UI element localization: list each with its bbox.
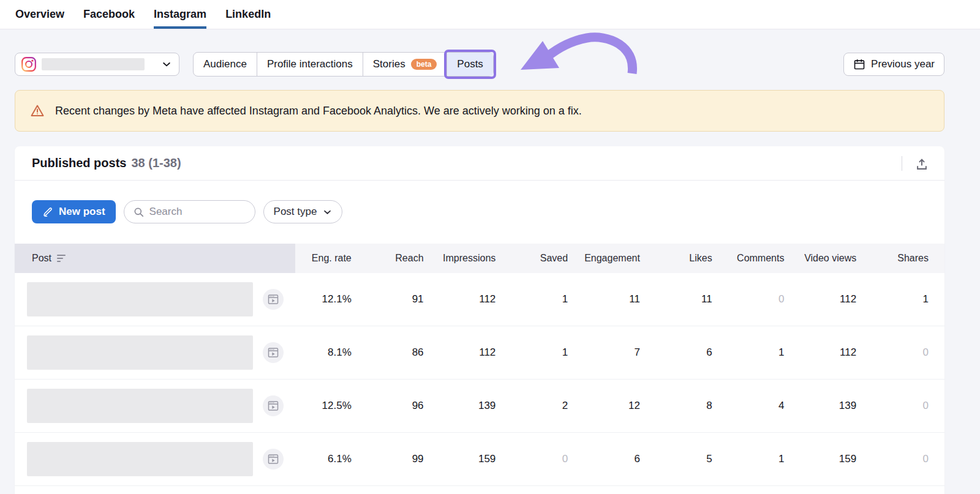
- cell-likes: 6: [656, 326, 728, 379]
- instagram-subtabs: AudienceProfile interactionsStoriesbetaP…: [193, 52, 494, 77]
- account-name-redacted: [42, 58, 145, 70]
- posts-table: Post Eng. rateReachImpressionsSavedEngag…: [15, 244, 944, 486]
- sort-icon: [57, 255, 66, 262]
- cell-saved: 1: [511, 326, 584, 379]
- table-row[interactable]: 12.1%911121111101121: [15, 273, 944, 326]
- table-row[interactable]: 12.5%96139212841390: [15, 380, 944, 433]
- warning-icon: [30, 103, 45, 118]
- posts-toolbar: New post Post type: [15, 181, 944, 223]
- cell-video-views: 159: [800, 433, 872, 485]
- cell-engagement: 12: [584, 380, 656, 432]
- subtab-stories[interactable]: Storiesbeta: [363, 53, 448, 76]
- post-cell: [15, 380, 295, 432]
- table-row[interactable]: 6.1%9915906511590: [15, 433, 944, 486]
- cell-shares: 0: [872, 326, 944, 379]
- column-header-likes[interactable]: Likes: [656, 244, 728, 273]
- panel-header: Published posts 38 (1-38): [15, 146, 944, 181]
- previous-year-button[interactable]: Previous year: [843, 53, 944, 76]
- search-icon: [133, 206, 145, 218]
- cell-reach: 96: [368, 380, 440, 432]
- post-type-dropdown[interactable]: Post type: [263, 200, 343, 223]
- new-post-label: New post: [59, 206, 105, 218]
- cell-shares: 1: [872, 273, 944, 326]
- table-header-row: Post Eng. rateReachImpressionsSavedEngag…: [15, 244, 944, 273]
- cell-eng-rate: 6.1%: [295, 433, 368, 485]
- column-header-post[interactable]: Post: [15, 244, 295, 273]
- table-row[interactable]: 8.1%8611217611120: [15, 326, 944, 380]
- column-header-impressions[interactable]: Impressions: [440, 244, 512, 273]
- panel-title: Published posts: [32, 156, 126, 170]
- chevron-down-icon: [323, 208, 332, 217]
- cell-reach: 99: [368, 433, 440, 485]
- cell-video-views: 112: [800, 273, 872, 326]
- post-thumbnail-redacted[interactable]: [27, 335, 253, 370]
- cell-eng-rate: 8.1%: [295, 326, 368, 379]
- calendar-icon: [853, 58, 865, 70]
- search-input[interactable]: [149, 206, 235, 218]
- cell-saved: 2: [511, 380, 584, 432]
- column-header-reach[interactable]: Reach: [368, 244, 440, 273]
- subtab-label: Posts: [457, 58, 483, 70]
- subtab-profile-interactions[interactable]: Profile interactions: [257, 53, 363, 76]
- nav-tab-instagram[interactable]: Instagram: [154, 0, 206, 29]
- instagram-icon: [21, 56, 37, 72]
- cell-saved: 1: [511, 273, 584, 326]
- post-type-label: Post type: [274, 206, 317, 218]
- column-header-saved[interactable]: Saved: [511, 244, 584, 273]
- export-button[interactable]: [902, 155, 930, 171]
- cell-impressions: 112: [440, 326, 512, 379]
- cell-comments: 4: [728, 380, 801, 432]
- cell-comments: 1: [728, 326, 801, 379]
- warning-banner: Recent changes by Meta have affected Ins…: [15, 90, 944, 132]
- pencil-icon: [42, 206, 53, 217]
- cell-reach: 91: [368, 273, 440, 326]
- nav-tab-linkedin[interactable]: LinkedIn: [225, 0, 271, 29]
- chevron-down-icon: [162, 59, 172, 69]
- column-header-comments[interactable]: Comments: [728, 244, 801, 273]
- cell-likes: 5: [656, 433, 728, 485]
- published-posts-panel: Published posts 38 (1-38): [15, 146, 944, 494]
- posts-count: 38 (1-38): [131, 156, 181, 170]
- cell-shares: 0: [872, 380, 944, 432]
- column-header-video-views[interactable]: Video views: [800, 244, 872, 273]
- subtab-label: Profile interactions: [267, 58, 353, 70]
- beta-badge: beta: [411, 59, 437, 70]
- banner-text: Recent changes by Meta have affected Ins…: [55, 105, 582, 118]
- post-thumbnail-redacted[interactable]: [27, 389, 253, 423]
- cell-likes: 11: [656, 273, 728, 326]
- cell-reach: 86: [368, 326, 440, 379]
- account-selector[interactable]: [15, 53, 179, 76]
- video-post-icon: [263, 449, 284, 470]
- post-cell: [15, 273, 295, 326]
- subtab-audience[interactable]: Audience: [194, 53, 257, 76]
- cell-likes: 8: [656, 380, 728, 432]
- cell-engagement: 7: [584, 326, 656, 379]
- column-header-engagement[interactable]: Engagement: [584, 244, 656, 273]
- date-button-label: Previous year: [871, 58, 935, 70]
- cell-impressions: 139: [440, 380, 512, 432]
- nav-tab-overview[interactable]: Overview: [15, 0, 64, 29]
- cell-comments: 0: [728, 273, 801, 326]
- top-nav: OverviewFacebookInstagramLinkedIn: [0, 0, 980, 29]
- nav-tab-facebook[interactable]: Facebook: [83, 0, 135, 29]
- subtab-label: Stories: [373, 58, 405, 70]
- cell-comments: 1: [728, 433, 801, 485]
- cell-saved: 0: [511, 433, 584, 485]
- table-body: 12.1%911121111101121 8.1%8611217611120 1…: [15, 273, 944, 486]
- cell-video-views: 112: [800, 326, 872, 379]
- video-post-icon: [263, 289, 284, 310]
- cell-eng-rate: 12.5%: [295, 380, 368, 432]
- video-post-icon: [263, 395, 284, 416]
- export-icon: [915, 158, 929, 171]
- column-header-eng-rate[interactable]: Eng. rate: [295, 244, 368, 273]
- post-thumbnail-redacted[interactable]: [27, 282, 253, 316]
- column-header-shares[interactable]: Shares: [872, 244, 944, 273]
- cell-engagement: 11: [584, 273, 656, 326]
- cell-impressions: 112: [440, 273, 512, 326]
- post-thumbnail-redacted[interactable]: [27, 442, 253, 476]
- cell-eng-rate: 12.1%: [295, 273, 368, 326]
- search-box: [124, 200, 255, 223]
- new-post-button[interactable]: New post: [32, 200, 116, 223]
- subtab-posts[interactable]: Posts: [447, 53, 493, 76]
- subtab-label: Audience: [203, 58, 247, 70]
